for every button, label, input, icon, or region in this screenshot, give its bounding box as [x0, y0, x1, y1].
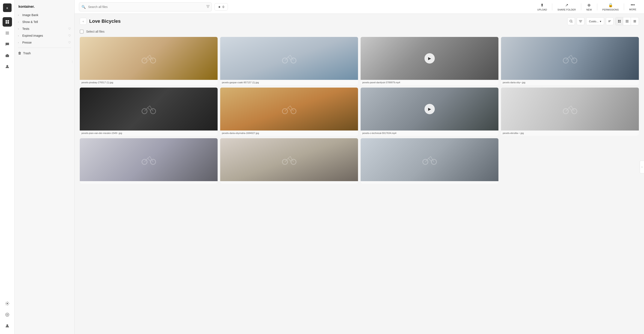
- new-button[interactable]: ⊕ NEW: [583, 1, 595, 13]
- svg-point-14: [6, 324, 8, 326]
- svg-rect-30: [626, 22, 626, 23]
- svg-point-10: [6, 65, 8, 67]
- top-search-bar: 🔍 ★ 0 ⬆ UPLOAD ↗ SHARE FOLDER: [74, 0, 644, 14]
- nav-grid-button[interactable]: [2, 17, 12, 27]
- upload-button[interactable]: ⬆ UPLOAD: [534, 1, 550, 13]
- nav-settings-button[interactable]: [2, 299, 12, 308]
- app-logo: K: [3, 4, 12, 12]
- share-folder-button[interactable]: ↗ SHARE FOLDER: [554, 1, 579, 13]
- file-item[interactable]: ▶ pexels-c-technical-5917634.mp4: [360, 88, 498, 136]
- file-item[interactable]: [220, 138, 358, 184]
- file-item[interactable]: pexels-daria-obymaha-1684027.jpg: [220, 88, 358, 136]
- nav-user-button[interactable]: [2, 62, 12, 71]
- tree-divider: [18, 48, 71, 48]
- upload-label: UPLOAD: [537, 8, 547, 11]
- file-thumbnail: [360, 138, 498, 181]
- svg-point-12: [6, 313, 9, 316]
- logo-text: kontainer.: [18, 5, 35, 9]
- more-icon: •••: [631, 3, 635, 7]
- chevron-icon: ›: [18, 21, 20, 23]
- grid-row-2: pexels-jean-van-der-meulen-1549~.jpg pex…: [80, 88, 639, 136]
- play-button[interactable]: ▶: [424, 104, 435, 114]
- view-list-button[interactable]: [631, 17, 639, 25]
- new-label: NEW: [586, 8, 592, 11]
- file-thumbnail: [80, 138, 218, 181]
- more-button[interactable]: ••• MORE: [626, 1, 640, 13]
- file-name: pexels-gaspar-csaki-957157 (1).jpg: [220, 80, 358, 85]
- search-input[interactable]: [79, 2, 212, 11]
- svg-rect-2: [6, 20, 7, 22]
- file-name: [360, 181, 498, 184]
- svg-rect-35: [634, 22, 636, 22]
- file-name: pexels-jean-van-der-meulen-1549~.jpg: [80, 130, 218, 136]
- sidebar-item-label: Expired images: [22, 34, 66, 37]
- search-filter-button[interactable]: [206, 5, 210, 9]
- nav-chat-button[interactable]: [2, 40, 12, 49]
- sidebar-item-presse[interactable]: › Presse ♡: [14, 39, 74, 46]
- action-divider-4: [624, 4, 624, 10]
- svg-rect-7: [6, 33, 9, 33]
- nav-help-button[interactable]: [2, 310, 12, 319]
- file-thumbnail: ▶: [360, 88, 498, 130]
- file-name: pexels-pixabay-276517 (1).jpg: [80, 80, 218, 85]
- search-container: 🔍: [79, 2, 212, 11]
- permissions-button[interactable]: 🔒 PERMISSIONS: [599, 1, 622, 13]
- favorites-button[interactable]: ★ 0: [214, 3, 228, 11]
- file-item[interactable]: pexels-pixabay-276517 (1).jpg: [80, 37, 218, 85]
- file-name: pexels-daria-obymaha-1684027.jpg: [220, 130, 358, 136]
- select-all-label: Select all files: [86, 30, 104, 33]
- svg-rect-32: [628, 22, 628, 23]
- sidebar-item-show-tell[interactable]: › Show & Tell: [14, 19, 74, 25]
- folder-header: ‹ Love Bicycles Custo... ▾: [74, 14, 644, 28]
- nav-list-button[interactable]: [2, 28, 12, 38]
- image-grid: pexels-pixabay-276517 (1).jpg pexels-gas…: [74, 35, 644, 334]
- svg-point-11: [7, 303, 8, 304]
- file-thumbnail: [80, 37, 218, 80]
- action-divider-3: [597, 4, 597, 10]
- folder-search-button[interactable]: [567, 17, 575, 25]
- sidebar-item-trash[interactable]: 🗑 Trash: [14, 50, 74, 57]
- svg-rect-21: [620, 20, 621, 21]
- customize-button[interactable]: Custo... ▾: [586, 17, 604, 25]
- chevron-icon: ›: [18, 35, 20, 37]
- svg-rect-4: [6, 22, 7, 24]
- select-all-row: Select all files: [74, 28, 644, 35]
- svg-rect-23: [620, 22, 621, 23]
- file-item[interactable]: [80, 138, 218, 184]
- nav-profile-button[interactable]: [2, 321, 12, 330]
- svg-rect-31: [627, 22, 627, 23]
- sidebar-item-tests[interactable]: › Tests ♡: [14, 25, 74, 32]
- file-thumbnail: ▶: [360, 37, 498, 80]
- back-button[interactable]: ‹: [80, 18, 86, 25]
- play-button[interactable]: ▶: [424, 53, 435, 64]
- chevron-icon: ›: [18, 28, 20, 30]
- file-thumbnail: [80, 88, 218, 130]
- sidebar-icons-panel: K: [0, 0, 14, 334]
- svg-rect-9: [6, 55, 9, 57]
- sidebar-item-image-bank[interactable]: › Image Bank: [14, 12, 74, 19]
- view-grid-large-button[interactable]: [616, 17, 623, 25]
- file-item[interactable]: ▶ pexels-pavel-danilyuk-5789979.mp4: [360, 37, 498, 85]
- file-item[interactable]: pexels-ekrulila-~.jpg: [501, 88, 639, 136]
- nav-briefcase-button[interactable]: [2, 51, 12, 60]
- svg-rect-8: [6, 34, 9, 34]
- resize-handle[interactable]: ⋮⋮: [70, 59, 74, 65]
- file-item[interactable]: [360, 138, 498, 184]
- sidebar-item-expired-images[interactable]: › Expired images ♡: [14, 32, 74, 39]
- sort-button[interactable]: [606, 17, 614, 25]
- file-item[interactable]: pexels-gaspar-csaki-957157 (1).jpg: [220, 37, 358, 85]
- grid-row-1: pexels-pixabay-276517 (1).jpg pexels-gas…: [80, 37, 639, 85]
- action-divider-2: [581, 4, 581, 10]
- right-panel-toggle-button[interactable]: ›: [640, 160, 644, 174]
- file-thumbnail: [220, 88, 358, 130]
- sidebar-item-label: Presse: [22, 41, 66, 44]
- svg-rect-6: [6, 32, 9, 32]
- file-item[interactable]: pexels-daria-oby~.jpg: [501, 37, 639, 85]
- permissions-icon: 🔒: [608, 3, 613, 8]
- svg-point-13: [7, 314, 8, 315]
- view-grid-small-button[interactable]: [623, 17, 631, 25]
- select-all-checkbox[interactable]: [80, 30, 84, 34]
- permissions-label: PERMISSIONS: [602, 8, 619, 11]
- folder-filter-button[interactable]: [577, 17, 584, 25]
- file-item[interactable]: pexels-jean-van-der-meulen-1549~.jpg: [80, 88, 218, 136]
